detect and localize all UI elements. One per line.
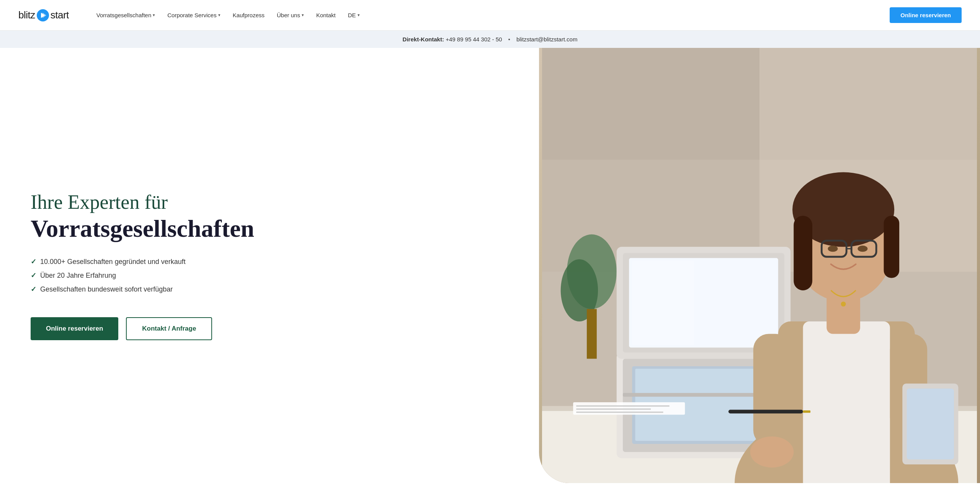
feature-text: 10.000+ Gesellschaften gegründet und ver… bbox=[40, 258, 186, 266]
svg-rect-41 bbox=[576, 405, 669, 406]
svg-rect-43 bbox=[576, 411, 663, 413]
contact-bar: Direkt-Kontakt: +49 89 95 44 302 - 50 • … bbox=[0, 31, 980, 48]
list-item: ✓ Über 20 Jahre Erfahrung bbox=[31, 271, 508, 280]
hero-left: Ihre Experten für Vorratsgesellschaften … bbox=[0, 48, 539, 483]
nav-item-vorratsgesellschaften[interactable]: Vorratsgesellschaften ▾ bbox=[92, 9, 160, 21]
hero-subtitle: Ihre Experten für bbox=[31, 191, 508, 214]
list-item: ✓ Gesellschaften bundesweit sofort verfü… bbox=[31, 285, 508, 293]
contact-label: Direkt-Kontakt: bbox=[403, 36, 444, 43]
chevron-down-icon: ▾ bbox=[302, 13, 304, 18]
chevron-down-icon: ▾ bbox=[153, 13, 155, 18]
feature-text: Über 20 Jahre Erfahrung bbox=[40, 272, 116, 280]
svg-point-36 bbox=[750, 436, 794, 467]
svg-point-32 bbox=[828, 246, 838, 252]
nav-item-kontakt[interactable]: Kontakt bbox=[312, 9, 340, 21]
nav-item-corporate-services[interactable]: Corporate Services ▾ bbox=[163, 9, 225, 21]
svg-point-39 bbox=[841, 301, 846, 306]
svg-rect-34 bbox=[753, 334, 791, 446]
check-icon: ✓ bbox=[31, 271, 36, 280]
contact-separator: • bbox=[508, 36, 510, 43]
svg-rect-3 bbox=[542, 48, 760, 160]
hero-cta-primary[interactable]: Online reservieren bbox=[31, 317, 118, 340]
svg-rect-20 bbox=[632, 261, 694, 345]
nav-item-language[interactable]: DE ▾ bbox=[343, 9, 364, 21]
contact-phone: +49 89 95 44 302 - 50 bbox=[446, 36, 502, 43]
hero-cta-secondary[interactable]: Kontakt / Anfrage bbox=[126, 317, 212, 340]
svg-point-33 bbox=[858, 246, 867, 252]
chevron-down-icon: ▾ bbox=[358, 13, 360, 18]
list-item: ✓ 10.000+ Gesellschaften gegründet und v… bbox=[31, 257, 508, 266]
nav-cta-button[interactable]: Online reservieren bbox=[890, 7, 962, 23]
svg-rect-23 bbox=[803, 321, 890, 483]
svg-rect-44 bbox=[728, 410, 803, 414]
logo-icon bbox=[37, 9, 49, 21]
svg-rect-42 bbox=[576, 408, 651, 410]
svg-marker-1 bbox=[42, 13, 46, 18]
navbar: blitz start Vorratsgesellschaften ▾ Corp… bbox=[0, 0, 980, 31]
nav-item-kaufprozess[interactable]: Kaufprozess bbox=[228, 9, 269, 21]
contact-email: blitzstart@blitzstart.com bbox=[516, 36, 577, 43]
hero-section: Ihre Experten für Vorratsgesellschaften … bbox=[0, 48, 980, 483]
svg-rect-45 bbox=[803, 410, 810, 413]
hero-title: Vorratsgesellschaften bbox=[31, 215, 508, 242]
check-icon: ✓ bbox=[31, 257, 36, 266]
hero-features: ✓ 10.000+ Gesellschaften gegründet und v… bbox=[31, 257, 508, 299]
svg-rect-38 bbox=[907, 388, 954, 459]
check-icon: ✓ bbox=[31, 285, 36, 293]
svg-rect-27 bbox=[794, 216, 812, 290]
logo-text-start: start bbox=[51, 9, 69, 21]
logo-text-blitz: blitz bbox=[18, 9, 35, 21]
hero-buttons: Online reservieren Kontakt / Anfrage bbox=[31, 317, 508, 340]
hero-image-area bbox=[539, 48, 980, 483]
feature-text: Gesellschaften bundesweit sofort verfügb… bbox=[40, 285, 173, 293]
hero-image bbox=[539, 48, 980, 483]
svg-rect-28 bbox=[884, 216, 900, 278]
nav-item-ueber-uns[interactable]: Über uns ▾ bbox=[272, 9, 309, 21]
svg-rect-4 bbox=[760, 48, 977, 160]
nav-items: Vorratsgesellschaften ▾ Corporate Servic… bbox=[92, 9, 890, 21]
svg-rect-9 bbox=[587, 309, 597, 359]
chevron-down-icon: ▾ bbox=[218, 13, 220, 18]
hero-illustration bbox=[539, 48, 980, 483]
logo[interactable]: blitz start bbox=[18, 9, 69, 21]
